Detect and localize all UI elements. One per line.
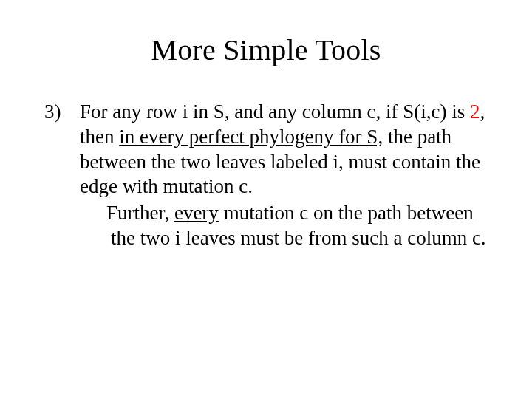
slide: More Simple Tools 3) For any row i in S,…	[0, 0, 532, 399]
p1-underline: in every perfect phylogeny for S,	[119, 126, 383, 148]
list-marker: 3)	[44, 100, 80, 251]
list-item-3: 3) For any row i in S, and any column c,…	[44, 100, 488, 251]
p1-highlight-two: 2	[470, 100, 480, 123]
p2-underline: every	[174, 202, 219, 224]
slide-body: 3) For any row i in S, and any column c,…	[0, 67, 532, 251]
slide-title: More Simple Tools	[0, 0, 532, 67]
list-content: For any row i in S, and any column c, if…	[80, 100, 488, 251]
paragraph-1: For any row i in S, and any column c, if…	[80, 100, 488, 200]
p1-text-a: For any row i in S, and any column c, if…	[80, 100, 470, 123]
paragraph-2: Further, every mutation c on the path be…	[80, 201, 488, 251]
p2-text-a: Further,	[106, 202, 174, 224]
